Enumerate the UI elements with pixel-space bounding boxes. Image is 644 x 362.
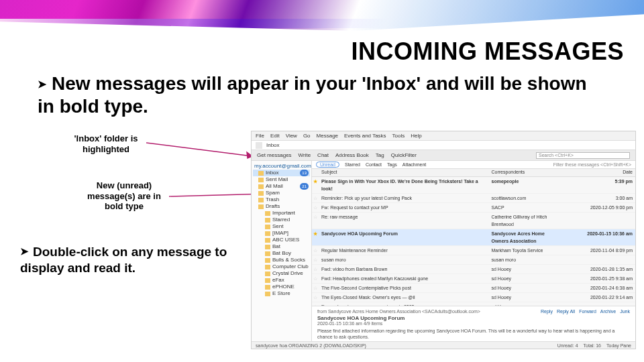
preview-forward-button[interactable]: Forward	[579, 309, 596, 314]
folder-ephone[interactable]: ePHONE	[253, 284, 310, 290]
star-icon[interactable]	[312, 203, 319, 212]
preview-body: Please find attached information regardi…	[317, 328, 630, 340]
col-star[interactable]	[312, 169, 319, 176]
folder-sent[interactable]: Sent	[253, 223, 310, 230]
menu-help[interactable]: Help	[411, 133, 421, 139]
menu-file[interactable]: File	[256, 133, 264, 139]
status-bar: sandycove hoa ORGANIZING 2 (DOWNLOAD/SKI…	[252, 341, 635, 349]
filter-contact[interactable]: Contact	[366, 162, 382, 167]
folder-drafts[interactable]: Drafts	[253, 203, 310, 210]
status-total: Total: 16	[584, 343, 601, 348]
message-row[interactable]: Please Sign in With Your Xbox ID. We're …	[312, 177, 635, 194]
folder-icon	[265, 278, 270, 283]
get-messages-button[interactable]: Get messages	[257, 152, 292, 158]
search-input[interactable]: Search <Ctrl+K>	[536, 152, 630, 159]
message-row[interactable]: susan morosusan moro	[312, 255, 635, 265]
folder-inbox[interactable]: Inbox13	[253, 170, 310, 176]
folder-efax[interactable]: eFax	[253, 277, 310, 284]
star-icon[interactable]	[312, 213, 319, 229]
status-left: sandycove hoa ORGANIZING 2 (DOWNLOAD/SKI…	[256, 343, 366, 348]
menu-view[interactable]: View	[286, 133, 297, 139]
inbox-tab-label[interactable]: Inbox	[266, 142, 280, 148]
preview-subject: Sandycove HOA Upcoming Forum	[317, 315, 630, 321]
col-correspondents[interactable]: Correspondents	[488, 169, 555, 176]
star-icon[interactable]	[312, 274, 319, 283]
folder-icon	[258, 178, 264, 182]
folder-spam[interactable]: Spam	[253, 190, 310, 196]
folder-starred[interactable]: Starred	[253, 217, 310, 223]
folder-trash[interactable]: Trash	[253, 196, 310, 203]
message-row[interactable]: Reminder: Pick up your latest Coming Pac…	[312, 194, 635, 203]
address-book-button[interactable]: Address Book	[335, 152, 369, 158]
col-date[interactable]: Date	[556, 169, 635, 176]
write-button[interactable]: Write	[299, 152, 311, 158]
preview-reply-all-button[interactable]: Reply All	[557, 309, 575, 314]
slide-title: INCOMING MESSAGES	[208, 38, 624, 66]
message-row[interactable]: Sandycove HOA Upcoming ForumSandycove Ac…	[312, 229, 635, 246]
folder-icon	[265, 231, 270, 236]
quickfilter-button[interactable]: QuickFilter	[391, 152, 417, 158]
folder-sent-mail[interactable]: Sent Mail	[253, 176, 310, 183]
folder-abc-uses[interactable]: ABC USES	[253, 237, 310, 243]
folder-icon	[258, 171, 264, 176]
folder--imap-[interactable]: [IMAP]	[253, 230, 310, 237]
bullet-primary-text: New messages will appear in your 'Inbox'…	[38, 73, 587, 117]
folder-bat[interactable]: Bat	[253, 243, 310, 250]
star-icon[interactable]	[312, 177, 319, 193]
star-icon[interactable]	[312, 246, 319, 255]
folder-crystal-drive[interactable]: Crystal Drive	[253, 270, 310, 277]
folder-icon	[265, 292, 270, 296]
star-icon[interactable]	[312, 265, 319, 274]
col-subject[interactable]: Subject	[319, 169, 488, 176]
star-icon[interactable]	[312, 255, 319, 264]
filter-starred[interactable]: Starred	[345, 162, 360, 167]
filter-tags[interactable]: Tags	[387, 162, 397, 167]
message-row[interactable]: Re: raw messageCatherine Gillivray of Hi…	[312, 213, 635, 229]
folder-important[interactable]: Important	[253, 210, 310, 217]
star-icon[interactable]	[312, 194, 319, 202]
message-row[interactable]: The Five-Second Contemplative Picks post…	[312, 284, 635, 293]
message-row[interactable]: Regular Maintenance ReminderMarkham Toyo…	[312, 246, 635, 255]
status-clock[interactable]: Today Pane	[606, 343, 631, 348]
inbox-tab-icon	[256, 142, 262, 149]
folder-bulls-socks[interactable]: Bulls & Socks	[253, 257, 310, 263]
message-row[interactable]: Fwd: video from Barbara Brownsd Hooey202…	[312, 265, 635, 274]
column-headers: Subject Correspondents Date	[312, 169, 635, 177]
folder-all-mail[interactable]: All Mail21	[253, 183, 310, 190]
filter-hint[interactable]: Filter these messages <Ctrl+Shift+K>	[553, 162, 631, 167]
preview-archive-button[interactable]: Archive	[600, 309, 616, 314]
bullet-primary: ➤New messages will appear in your 'Inbox…	[38, 72, 601, 117]
menu-events-and-tasks[interactable]: Events and Tasks	[344, 133, 386, 139]
chat-button[interactable]: Chat	[317, 152, 329, 158]
message-row[interactable]: Fwd: Headphones created Marilyn Kaczowsk…	[312, 274, 635, 284]
filter-attachment[interactable]: Attachment	[402, 162, 426, 167]
folder-bat-boy[interactable]: Bat Boy	[253, 250, 310, 257]
star-icon[interactable]	[312, 229, 319, 245]
folder-icon	[265, 211, 270, 216]
bullet-secondary: ➤Double-click on any message to display …	[20, 244, 241, 276]
status-unread: Unread: 4	[557, 343, 578, 348]
menubar: FileEditViewGoMessageEvents and TasksToo…	[252, 131, 635, 141]
menu-edit[interactable]: Edit	[270, 133, 280, 139]
folder-icon	[258, 198, 264, 202]
decorative-banner	[0, 0, 644, 31]
menu-message[interactable]: Message	[317, 133, 338, 139]
preview-reply-button[interactable]: Reply	[541, 309, 553, 314]
quick-filter-bar: UnreadStarredContactTagsAttachment Filte…	[312, 161, 635, 169]
message-row[interactable]: The Eyes-Closed Mask: Owner's eyes — @il…	[312, 293, 635, 302]
menu-tools[interactable]: Tools	[392, 133, 405, 139]
message-list: Please Sign in With Your Xbox ID. We're …	[312, 177, 635, 306]
callout-bold-unread: New (unread) message(s) are in bold type	[80, 180, 168, 212]
account-node[interactable]: my.account@gmail.com	[253, 162, 310, 170]
folder-icon	[265, 265, 270, 269]
menu-go[interactable]: Go	[303, 133, 311, 139]
folder-computer-club[interactable]: Computer Club	[253, 263, 310, 270]
preview-junk-button[interactable]: Junk	[620, 309, 630, 314]
star-icon[interactable]	[312, 284, 319, 292]
tag-button[interactable]: Tag	[376, 152, 384, 158]
star-icon[interactable]	[312, 293, 319, 302]
folder-icon	[265, 251, 270, 256]
filter-unread[interactable]: Unread	[316, 162, 339, 168]
message-row[interactable]: Fw: Request to contact your MPSACP2020-1…	[312, 203, 635, 213]
folder-e-store[interactable]: E Store	[253, 290, 310, 297]
